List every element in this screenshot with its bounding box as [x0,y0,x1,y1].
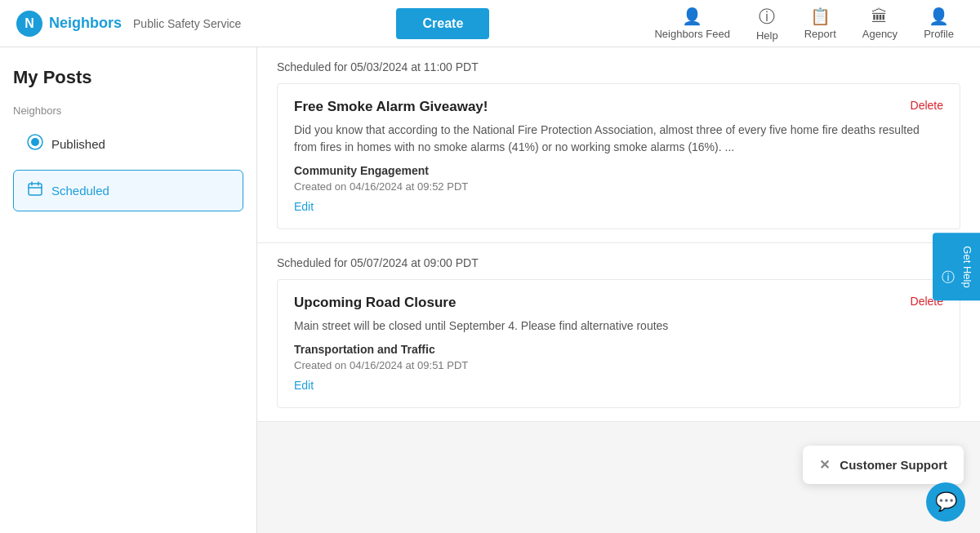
post-category-2: Transportation and Traffic [294,343,943,356]
agency-icon: 🏛 [871,7,888,26]
nav-agency[interactable]: 🏛 Agency [853,2,907,45]
post-created-1: Created on 04/16/2024 at 09:52 PDT [294,180,943,193]
get-help-button[interactable]: Get Help ⓘ [933,233,980,300]
logo: N Neighbors Public Safety Service [16,11,241,37]
post-card-2: Delete Upcoming Road Closure Main street… [277,279,960,408]
post-title-1: Free Smoke Alarm Giveaway! [294,99,943,115]
nav-profile-label: Profile [924,28,954,40]
post-category-1: Community Engagement [294,164,943,177]
chat-bubble[interactable]: 💬 [926,482,965,522]
nav-neighbors-feed[interactable]: 👤 Neighbors Feed [644,2,740,45]
sidebar: My Posts Neighbors Published Scheduled [0,47,257,533]
post-body-1: Did you know that according to the Natio… [294,122,943,156]
nav-report[interactable]: 📋 Report [795,2,846,45]
get-help-icon: ⓘ [939,260,956,273]
chat-icon: 💬 [935,491,957,513]
create-button[interactable]: Create [396,8,489,39]
nav-agency-label: Agency [862,28,898,40]
get-help-label: Get Help [961,246,973,287]
nav-help[interactable]: ⓘ Help [746,1,788,47]
header-nav: 👤 Neighbors Feed ⓘ Help 📋 Report 🏛 Agenc… [644,1,964,47]
nav-profile[interactable]: 👤 Profile [914,2,964,45]
post-schedule-label-1: Scheduled for 05/03/2024 at 11:00 PDT [257,47,980,73]
post-delete-1[interactable]: Delete [911,99,943,112]
logo-icon: N [16,11,42,37]
post-group-2: Scheduled for 05/07/2024 at 09:00 PDT De… [257,243,980,422]
sidebar-item-scheduled-label: Scheduled [51,184,109,198]
post-created-2: Created on 04/16/2024 at 09:51 PDT [294,359,943,371]
post-card-1: Delete Free Smoke Alarm Giveaway! Did yo… [277,83,960,229]
help-icon: ⓘ [759,6,775,28]
post-body-2: Main street will be closed until Septemb… [294,318,943,335]
customer-support-label: Customer Support [840,458,947,472]
scheduled-icon [27,180,43,201]
nav-neighbors-feed-label: Neighbors Feed [654,28,730,40]
neighbors-feed-icon: 👤 [682,7,702,26]
nav-report-label: Report [804,28,836,40]
sidebar-item-published[interactable]: Published [13,123,243,165]
svg-point-1 [31,138,39,146]
post-edit-1[interactable]: Edit [294,200,314,213]
sidebar-section-label: Neighbors [13,104,243,117]
sidebar-item-scheduled[interactable]: Scheduled [13,170,243,211]
customer-support-popup: ✕ Customer Support [803,446,964,484]
logo-neighbors-text: Neighbors [49,15,122,32]
post-edit-2[interactable]: Edit [294,379,314,392]
post-group-1: Scheduled for 05/03/2024 at 11:00 PDT De… [257,47,980,243]
published-icon [27,134,43,154]
header: N Neighbors Public Safety Service Create… [0,0,980,47]
customer-support-close[interactable]: ✕ [819,457,830,473]
post-schedule-label-2: Scheduled for 05/07/2024 at 09:00 PDT [257,243,980,269]
sidebar-title: My Posts [13,67,243,88]
sidebar-item-published-label: Published [51,137,105,151]
report-icon: 📋 [810,7,831,26]
profile-icon: 👤 [929,7,949,26]
svg-rect-2 [29,184,42,195]
nav-help-label: Help [756,29,778,42]
logo-subtitle: Public Safety Service [133,17,241,30]
post-title-2: Upcoming Road Closure [294,295,943,311]
